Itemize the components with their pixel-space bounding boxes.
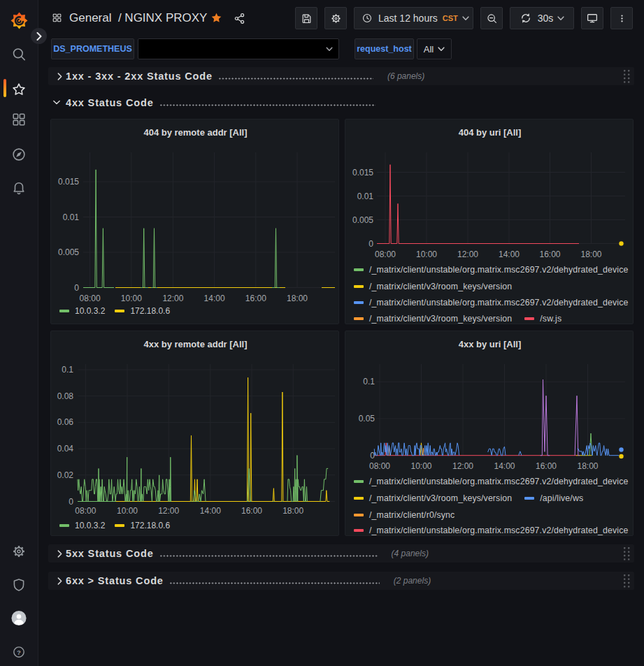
- svg-text:0.015: 0.015: [352, 168, 373, 178]
- svg-text:0.1: 0.1: [62, 365, 73, 375]
- svg-text:404 by uri [All]: 404 by uri [All]: [459, 127, 522, 138]
- svg-text:0.005: 0.005: [352, 215, 373, 225]
- svg-text:0.005: 0.005: [58, 247, 79, 257]
- svg-text:18:00: 18:00: [577, 461, 598, 471]
- svg-text:0.04: 0.04: [57, 444, 74, 454]
- svg-text:08:00: 08:00: [80, 294, 101, 303]
- svg-text:12:00: 12:00: [457, 249, 478, 259]
- svg-text:12:00: 12:00: [158, 506, 179, 516]
- svg-text:0: 0: [74, 283, 79, 293]
- svg-text:0.1: 0.1: [363, 377, 375, 386]
- svg-text:4xx by remote addr [All]: 4xx by remote addr [All]: [143, 339, 247, 349]
- svg-text:10:00: 10:00: [410, 461, 431, 471]
- svg-text:08:00: 08:00: [75, 506, 96, 516]
- svg-text:16:00: 16:00: [536, 461, 557, 471]
- svg-text:14:00: 14:00: [200, 506, 221, 516]
- svg-text:0.02: 0.02: [57, 470, 74, 480]
- svg-text:16:00: 16:00: [241, 506, 262, 516]
- svg-text:16:00: 16:00: [539, 249, 560, 259]
- svg-text:12:00: 12:00: [162, 294, 183, 303]
- svg-text:08:00: 08:00: [375, 249, 396, 259]
- svg-text:10:00: 10:00: [121, 294, 142, 303]
- svg-text:12:00: 12:00: [452, 461, 473, 471]
- svg-text:4xx by uri [All]: 4xx by uri [All]: [459, 339, 522, 349]
- svg-text:10:00: 10:00: [416, 249, 437, 259]
- svg-text:?: ?: [17, 649, 21, 656]
- svg-text:0.08: 0.08: [57, 391, 74, 401]
- svg-text:404 by remote addr [All]: 404 by remote addr [All]: [143, 127, 247, 138]
- svg-text:0.015: 0.015: [58, 177, 79, 187]
- svg-text:0.05: 0.05: [359, 414, 375, 424]
- svg-text:0.01: 0.01: [63, 212, 80, 222]
- svg-text:18:00: 18:00: [580, 249, 601, 259]
- svg-text:14:00: 14:00: [499, 249, 520, 259]
- svg-text:0.01: 0.01: [357, 191, 374, 201]
- svg-text:0: 0: [368, 239, 373, 249]
- svg-text:0.06: 0.06: [57, 417, 74, 427]
- svg-text:14:00: 14:00: [494, 461, 515, 471]
- svg-text:16:00: 16:00: [245, 294, 266, 303]
- svg-text:08:00: 08:00: [369, 461, 390, 471]
- svg-text:0: 0: [69, 497, 73, 507]
- svg-text:18:00: 18:00: [287, 294, 308, 303]
- svg-text:10:00: 10:00: [117, 506, 138, 516]
- svg-text:14:00: 14:00: [204, 294, 225, 303]
- svg-text:18:00: 18:00: [282, 506, 303, 516]
